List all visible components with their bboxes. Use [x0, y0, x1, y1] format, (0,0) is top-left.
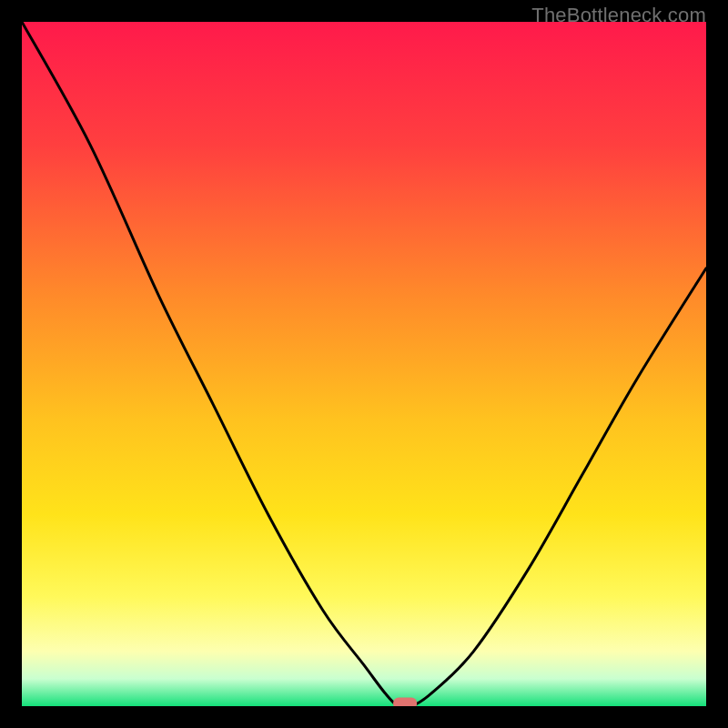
optimal-marker — [393, 698, 417, 707]
bottleneck-chart — [22, 22, 706, 706]
chart-background — [22, 22, 706, 706]
watermark-text: TheBottleneck.com — [531, 4, 706, 27]
chart-frame: TheBottleneck.com — [0, 0, 728, 728]
